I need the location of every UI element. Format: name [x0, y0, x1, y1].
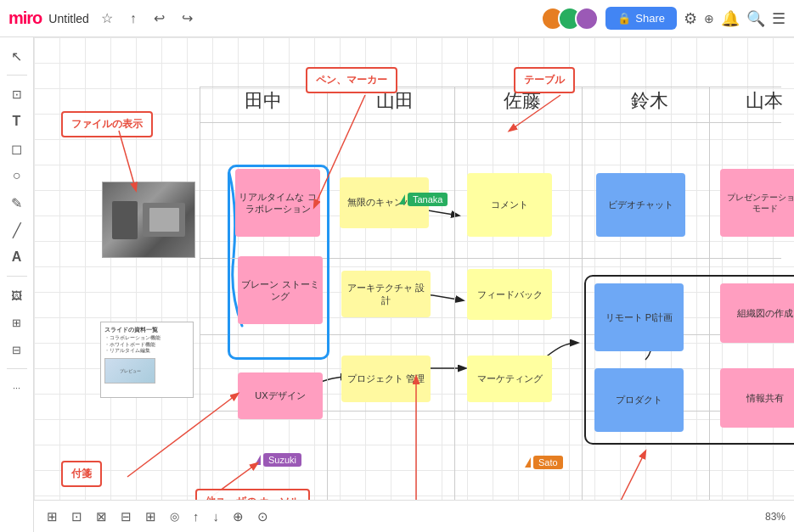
annotation-table: テーブル: [514, 67, 575, 93]
sticky-note-s11[interactable]: リモート PI計画: [594, 283, 684, 351]
cursor-suzuki: Suzuki: [255, 453, 301, 467]
sticky-note-s1[interactable]: リアルタイムな コラボレーション: [235, 169, 320, 237]
frames-tool[interactable]: ⊡: [3, 82, 31, 106]
share-button[interactable]: 🔒 Share: [605, 7, 677, 30]
doc-title[interactable]: Untitled: [48, 12, 88, 25]
sticky-tool[interactable]: ◻: [3, 137, 31, 160]
bottom-bar: ⊞ ⊡ ⊠ ⊟ ⊞ ◎ ↑ ↓ ⊕ ⊙ 83%: [34, 500, 794, 532]
sticky-note-s3[interactable]: UXデザイン: [238, 372, 323, 419]
settings-icon[interactable]: ⚙: [684, 9, 697, 28]
bb-icon-5[interactable]: ⊞: [141, 507, 160, 527]
bb-icon-2[interactable]: ⊡: [67, 507, 87, 527]
cursor-label-sato: Sato: [533, 456, 563, 469]
sticky-note-s9[interactable]: マーケティング: [467, 356, 552, 402]
table-tool[interactable]: ⊞: [3, 311, 31, 334]
bb-icon-4[interactable]: ⊟: [116, 507, 136, 527]
cursor-label-tanaka: Tanaka: [408, 193, 448, 206]
bb-icon-7[interactable]: ↑: [189, 507, 204, 526]
bell-icon[interactable]: 🔔: [721, 9, 740, 28]
doc-preview: スライドの資料一覧 ・コラボレーション機能 ・ホワイトボード機能 ・リアルタイム…: [100, 322, 194, 398]
star-button[interactable]: ☆: [96, 7, 118, 30]
image-tool[interactable]: 🖼: [3, 283, 31, 307]
grid-tool[interactable]: ⊟: [3, 338, 31, 361]
main-area: ↖ ⊡ T ◻ ○ ✎ ╱ A 🖼 ⊞ ⊟ ···: [0, 37, 794, 532]
bb-icon-1[interactable]: ⊞: [42, 507, 62, 527]
sticky-note-s14[interactable]: 組織図の作成: [720, 283, 794, 343]
bb-icon-9[interactable]: ⊕: [228, 507, 248, 527]
left-toolbar: ↖ ⊡ T ◻ ○ ✎ ╱ A 🖼 ⊞ ⊟ ···: [0, 37, 34, 532]
lock-icon: 🔒: [617, 12, 631, 25]
bb-icon-8[interactable]: ↓: [209, 507, 224, 526]
text-tool[interactable]: T: [3, 109, 31, 133]
pen-tool[interactable]: ✎: [3, 191, 31, 215]
sticky-note-s7[interactable]: コメント: [467, 173, 552, 237]
col-header-suzuki: 鈴木: [586, 88, 713, 114]
topbar: miro Untitled ☆ ↑ ↩ ↪ 🔒 Share ⚙ ⊕ 🔔 🔍 ☰: [0, 0, 794, 37]
vdiv-1: [200, 87, 200, 500]
sticky-note-s15[interactable]: 情報共有: [720, 368, 794, 428]
annotation-pen: ペン、マーカー: [306, 67, 397, 93]
sticky-note-s8[interactable]: フィードバック: [467, 269, 552, 320]
vdiv-5: [709, 87, 710, 500]
font-tool[interactable]: A: [3, 245, 31, 269]
lines-tool[interactable]: ╱: [3, 218, 31, 242]
bb-icon-6[interactable]: ◎: [166, 507, 183, 525]
shapes-tool[interactable]: ○: [3, 164, 31, 188]
miro-logo: miro: [8, 8, 42, 28]
zoom-level: 83%: [765, 511, 786, 523]
photo-image: [102, 182, 195, 258]
cursor-arrow-tanaka: [399, 194, 405, 204]
hdiv-1: [200, 122, 781, 123]
sticky-note-s13[interactable]: プレゼンテーション モード: [720, 169, 794, 237]
col-header-yamamoto: 山本: [709, 88, 794, 114]
annotation-file-display: ファイルの表示: [61, 111, 153, 137]
menu-icon[interactable]: ☰: [772, 9, 786, 28]
bb-icon-3[interactable]: ⊠: [92, 507, 111, 527]
annotation-sticky: 付箋: [61, 461, 102, 487]
canvas[interactable]: 田中 山田 佐藤 鈴木 山本: [34, 37, 794, 532]
share-upload-button[interactable]: ↑: [125, 8, 142, 30]
hdiv-3: [200, 334, 781, 335]
sticky-note-s10[interactable]: ビデオチャット: [596, 173, 685, 237]
sticky-note-s5[interactable]: アーキテクチャ 設計: [341, 271, 431, 317]
sticky-note-s12[interactable]: プロダクト: [594, 368, 684, 432]
more-tool[interactable]: ···: [3, 376, 31, 400]
vdiv-3: [454, 87, 455, 500]
cursor-sato: Sato: [525, 456, 563, 469]
sticky-note-s2[interactable]: ブレーン ストーミング: [238, 256, 323, 324]
sticky-note-s6[interactable]: プロジェクト 管理: [341, 356, 431, 402]
redo-button[interactable]: ↪: [177, 7, 198, 30]
cursor-arrow-suzuki: [255, 455, 261, 465]
bb-icon-10[interactable]: ⊙: [253, 507, 273, 527]
hdiv-top: [200, 87, 781, 87]
search-icon[interactable]: 🔍: [746, 9, 765, 28]
cursor-arrow-sato: [525, 457, 531, 468]
vdiv-2: [327, 87, 328, 500]
cursor-label-suzuki: Suzuki: [263, 453, 301, 467]
cursor-icon[interactable]: ⊕: [704, 12, 714, 25]
cursor-tanaka: Tanaka: [399, 193, 448, 206]
vdiv-4: [582, 87, 583, 500]
select-tool[interactable]: ↖: [3, 44, 31, 68]
undo-button[interactable]: ↩: [149, 7, 170, 30]
